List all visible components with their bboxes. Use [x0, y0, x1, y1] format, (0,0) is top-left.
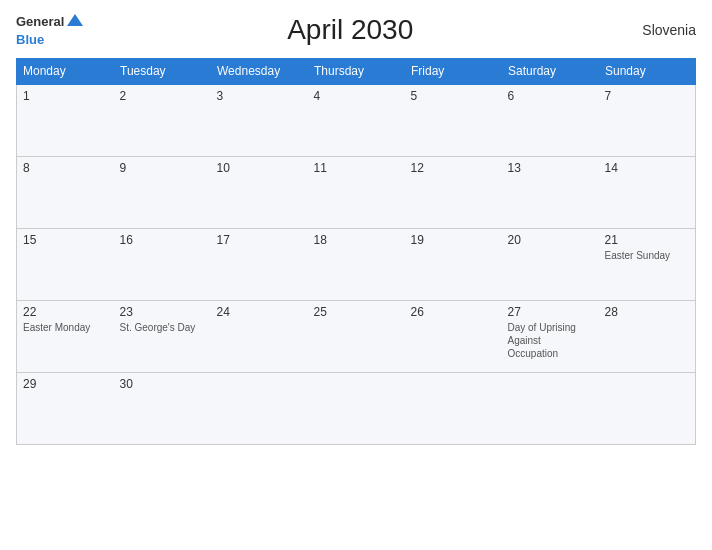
- calendar-cell: 22Easter Monday: [17, 300, 114, 372]
- day-event: St. George's Day: [120, 321, 205, 334]
- day-number: 8: [23, 161, 108, 175]
- day-number: 12: [411, 161, 496, 175]
- calendar-cell: [502, 372, 599, 444]
- calendar-week-row: 2930: [17, 372, 696, 444]
- header: General Blue April 2030 Slovenia: [16, 12, 696, 48]
- calendar-cell: 24: [211, 300, 308, 372]
- calendar-week-row: 22Easter Monday23St. George's Day2425262…: [17, 300, 696, 372]
- calendar-cell: 5: [405, 84, 502, 156]
- calendar-cell: 25: [308, 300, 405, 372]
- calendar-cell: 7: [599, 84, 696, 156]
- calendar-cell: 28: [599, 300, 696, 372]
- calendar-cell: 9: [114, 156, 211, 228]
- calendar-cell: 13: [502, 156, 599, 228]
- page: General Blue April 2030 Slovenia Monday …: [0, 0, 712, 550]
- calendar-cell: 8: [17, 156, 114, 228]
- day-number: 5: [411, 89, 496, 103]
- calendar-cell: 15: [17, 228, 114, 300]
- calendar-cell: 21Easter Sunday: [599, 228, 696, 300]
- calendar-cell: [211, 372, 308, 444]
- day-number: 10: [217, 161, 302, 175]
- calendar-header: Monday Tuesday Wednesday Thursday Friday…: [17, 59, 696, 85]
- day-number: 27: [508, 305, 593, 319]
- calendar-cell: 17: [211, 228, 308, 300]
- day-number: 18: [314, 233, 399, 247]
- calendar-cell: 1: [17, 84, 114, 156]
- day-number: 2: [120, 89, 205, 103]
- col-saturday: Saturday: [502, 59, 599, 85]
- calendar-week-row: 1234567: [17, 84, 696, 156]
- calendar-cell: 11: [308, 156, 405, 228]
- calendar-cell: 2: [114, 84, 211, 156]
- svg-marker-0: [67, 14, 83, 26]
- day-number: 21: [605, 233, 690, 247]
- calendar-cell: [599, 372, 696, 444]
- day-number: 24: [217, 305, 302, 319]
- day-number: 22: [23, 305, 108, 319]
- calendar-cell: 20: [502, 228, 599, 300]
- calendar-table: Monday Tuesday Wednesday Thursday Friday…: [16, 58, 696, 445]
- col-thursday: Thursday: [308, 59, 405, 85]
- day-number: 20: [508, 233, 593, 247]
- calendar-cell: 19: [405, 228, 502, 300]
- calendar-week-row: 15161718192021Easter Sunday: [17, 228, 696, 300]
- day-number: 4: [314, 89, 399, 103]
- col-tuesday: Tuesday: [114, 59, 211, 85]
- day-number: 13: [508, 161, 593, 175]
- calendar-cell: 26: [405, 300, 502, 372]
- day-number: 11: [314, 161, 399, 175]
- col-friday: Friday: [405, 59, 502, 85]
- day-number: 1: [23, 89, 108, 103]
- logo-flag-icon: [66, 12, 84, 30]
- calendar-cell: 23St. George's Day: [114, 300, 211, 372]
- day-number: 30: [120, 377, 205, 391]
- day-number: 6: [508, 89, 593, 103]
- calendar-cell: 27Day of Uprising Against Occupation: [502, 300, 599, 372]
- calendar-title: April 2030: [84, 14, 616, 46]
- calendar-cell: [405, 372, 502, 444]
- day-number: 7: [605, 89, 690, 103]
- calendar-cell: 29: [17, 372, 114, 444]
- col-wednesday: Wednesday: [211, 59, 308, 85]
- calendar-cell: 6: [502, 84, 599, 156]
- calendar-cell: 16: [114, 228, 211, 300]
- logo: General Blue: [16, 12, 84, 48]
- day-event: Easter Monday: [23, 321, 108, 334]
- calendar-body: 123456789101112131415161718192021Easter …: [17, 84, 696, 444]
- day-number: 15: [23, 233, 108, 247]
- day-event: Day of Uprising Against Occupation: [508, 321, 593, 360]
- weekday-row: Monday Tuesday Wednesday Thursday Friday…: [17, 59, 696, 85]
- day-number: 9: [120, 161, 205, 175]
- logo-general-text: General: [16, 15, 64, 28]
- day-number: 19: [411, 233, 496, 247]
- day-number: 29: [23, 377, 108, 391]
- calendar-week-row: 891011121314: [17, 156, 696, 228]
- day-number: 26: [411, 305, 496, 319]
- day-number: 16: [120, 233, 205, 247]
- calendar-cell: 18: [308, 228, 405, 300]
- day-number: 17: [217, 233, 302, 247]
- day-number: 14: [605, 161, 690, 175]
- col-monday: Monday: [17, 59, 114, 85]
- calendar-cell: 3: [211, 84, 308, 156]
- day-event: Easter Sunday: [605, 249, 690, 262]
- day-number: 3: [217, 89, 302, 103]
- calendar-cell: 12: [405, 156, 502, 228]
- calendar-cell: 10: [211, 156, 308, 228]
- calendar-cell: [308, 372, 405, 444]
- country-label: Slovenia: [616, 22, 696, 38]
- logo-blue-text: Blue: [16, 32, 44, 47]
- day-number: 25: [314, 305, 399, 319]
- col-sunday: Sunday: [599, 59, 696, 85]
- day-number: 28: [605, 305, 690, 319]
- calendar-cell: 30: [114, 372, 211, 444]
- calendar-cell: 4: [308, 84, 405, 156]
- day-number: 23: [120, 305, 205, 319]
- calendar-cell: 14: [599, 156, 696, 228]
